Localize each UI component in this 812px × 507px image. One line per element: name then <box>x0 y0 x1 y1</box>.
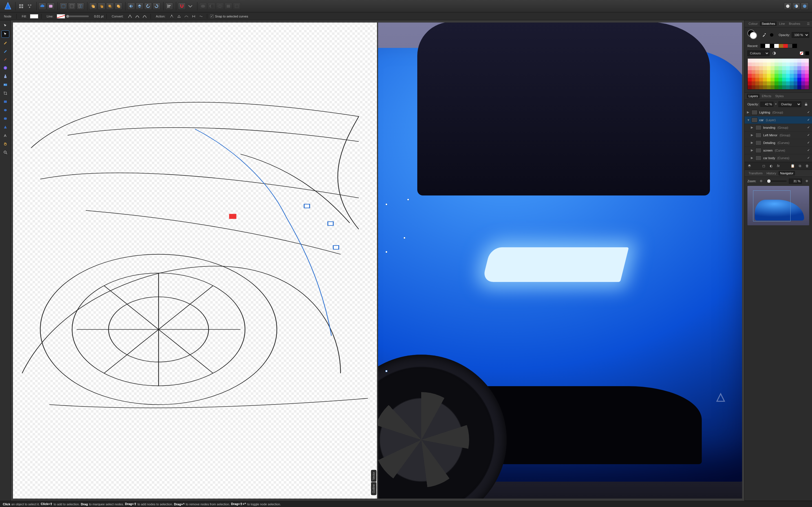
recent-swatch[interactable] <box>765 44 770 48</box>
swatch-cell[interactable] <box>755 62 759 66</box>
action-close-icon[interactable] <box>176 13 182 19</box>
swatch-cell[interactable] <box>752 62 756 66</box>
swatch-cell[interactable] <box>748 74 752 78</box>
swatch-cell[interactable] <box>774 74 778 78</box>
swatch-cell[interactable] <box>770 66 774 70</box>
blend-mode-select[interactable]: Overlay <box>778 101 801 107</box>
swatch-cell[interactable] <box>774 59 778 62</box>
swatch-cell[interactable] <box>767 86 771 89</box>
boolean-xor-icon[interactable] <box>224 3 232 10</box>
swatch-cell[interactable] <box>805 70 809 74</box>
swatch-cell[interactable] <box>755 70 759 74</box>
swatch-cell[interactable] <box>755 86 759 89</box>
swatch-cell[interactable] <box>786 78 790 82</box>
transparency-tool[interactable] <box>1 73 9 80</box>
swatch-cell[interactable] <box>794 86 798 89</box>
visibility-toggle[interactable]: ✓ <box>807 141 810 145</box>
recent-swatches[interactable] <box>760 44 797 48</box>
palette-options-icon[interactable] <box>771 50 777 56</box>
recent-swatch[interactable] <box>770 44 774 48</box>
swatch-cell[interactable] <box>790 81 794 86</box>
canvas-area[interactable]: Vector Outline <box>11 20 744 501</box>
swatch-cell[interactable] <box>755 66 759 70</box>
grid-toggle-icon[interactable] <box>17 3 25 10</box>
swatch-cell[interactable] <box>797 70 801 74</box>
tab-brushes[interactable]: Brushes <box>787 21 802 26</box>
swatch-cell[interactable] <box>797 59 801 62</box>
swatch-cell[interactable] <box>797 78 801 82</box>
swatch-cell[interactable] <box>752 74 756 78</box>
swatch-cell[interactable] <box>774 86 778 89</box>
swatch-cell[interactable] <box>752 59 756 62</box>
visibility-toggle[interactable]: ✓ <box>807 126 810 129</box>
swatch-cell[interactable] <box>774 62 778 66</box>
swatch-cell[interactable] <box>770 86 774 89</box>
swatch-cell[interactable] <box>767 74 771 78</box>
clipboard-icon[interactable]: 📋 <box>790 163 795 168</box>
swatch-cell[interactable] <box>755 74 759 78</box>
recent-swatch[interactable] <box>779 44 783 48</box>
visibility-toggle[interactable]: ✓ <box>807 149 810 152</box>
nodes-icon[interactable] <box>26 3 34 10</box>
lock-layer-icon[interactable] <box>803 101 809 107</box>
select-all-icon[interactable] <box>59 3 67 10</box>
swatch-cell[interactable] <box>767 59 771 62</box>
view-tab-vector[interactable]: Vector <box>371 470 376 482</box>
navigator-thumbnail[interactable] <box>748 186 809 225</box>
layer-row[interactable]: ▶Detailing(Curves)✓ <box>745 139 812 147</box>
swatch-cell[interactable] <box>805 78 809 82</box>
swatch-cell[interactable] <box>794 70 798 74</box>
layer-row[interactable]: ▶car body(Curves)✓ <box>745 154 812 162</box>
swatch-cell[interactable] <box>790 62 794 66</box>
swatch-cell[interactable] <box>786 86 790 89</box>
convert-sharp-icon[interactable] <box>127 13 133 19</box>
swatch-cell[interactable] <box>767 66 771 70</box>
panel-menu-icon[interactable]: ☰ <box>807 22 810 25</box>
deselect-icon[interactable] <box>68 3 76 10</box>
mask-icon[interactable]: ◻ <box>761 163 766 168</box>
swatch-cell[interactable] <box>790 66 794 70</box>
swatch-cell[interactable] <box>782 62 786 66</box>
color-swatch-grid[interactable] <box>748 58 809 90</box>
disclosure-icon[interactable]: ▶ <box>751 126 754 129</box>
zoom-input[interactable] <box>789 179 802 184</box>
flip-vertical-icon[interactable] <box>136 3 144 10</box>
swatch-cell[interactable] <box>794 59 798 62</box>
swatch-cell[interactable] <box>797 62 801 66</box>
swatch-cell[interactable] <box>770 62 774 66</box>
fill-tool[interactable] <box>1 64 9 71</box>
boolean-subtract-icon[interactable] <box>207 3 215 10</box>
disclosure-icon[interactable]: ▼ <box>747 118 750 122</box>
swatch-cell[interactable] <box>755 59 759 62</box>
swatch-cell[interactable] <box>759 59 763 62</box>
swatch-cell[interactable] <box>767 81 771 86</box>
swatch-cell[interactable] <box>786 62 790 66</box>
swatch-cell[interactable] <box>782 59 786 62</box>
swatch-cell[interactable] <box>763 59 767 62</box>
swatch-cell[interactable] <box>794 74 798 78</box>
stroke-width-slider[interactable] <box>66 15 89 17</box>
recent-swatch[interactable] <box>774 44 779 48</box>
cloud-sync-icon[interactable] <box>38 3 46 10</box>
view-tab-outline[interactable]: Outline <box>371 482 376 495</box>
arrange-backward-icon[interactable] <box>106 3 114 10</box>
swatch-cell[interactable] <box>763 62 767 66</box>
layer-row[interactable]: ▶screen(Curve)✓ <box>745 147 812 154</box>
layer-row[interactable]: ▶Left Mirror(Group)✓ <box>745 131 812 139</box>
layer-row[interactable]: ▼car(Layer)✓ <box>745 116 812 124</box>
place-image-tool[interactable] <box>1 81 9 89</box>
fill-swatch[interactable] <box>30 14 38 18</box>
rotate-ccw-icon[interactable] <box>144 3 152 10</box>
swatch-cell[interactable] <box>759 66 763 70</box>
swatch-cell[interactable] <box>786 81 790 86</box>
swatch-cell[interactable] <box>759 74 763 78</box>
swatch-cell[interactable] <box>801 81 805 86</box>
recent-swatch[interactable] <box>792 44 797 48</box>
select-similar-icon[interactable] <box>77 3 84 10</box>
node-tool[interactable] <box>1 31 9 38</box>
action-reverse-icon[interactable] <box>198 13 204 19</box>
swatch-cell[interactable] <box>801 86 805 89</box>
swatch-cell[interactable] <box>752 81 756 86</box>
rounded-rect-tool[interactable] <box>1 115 9 122</box>
swatch-cell[interactable] <box>801 62 805 66</box>
